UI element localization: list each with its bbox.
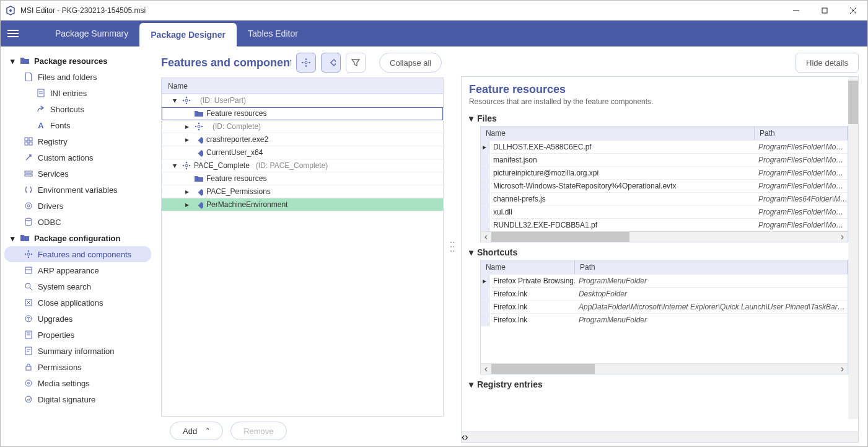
tree-row[interactable]: ▸PerMachineEnvironment [162,198,443,211]
row-handle[interactable]: ▸ [481,275,489,287]
maximize-button[interactable] [810,1,839,20]
row-handle[interactable] [481,193,489,205]
add-button[interactable]: Add ˄ [170,422,223,440]
scroll-right-icon[interactable]: › [837,364,848,374]
nav-registry[interactable]: Registry [4,133,151,149]
col-header-name[interactable]: Name [481,260,575,274]
nav-custom-actions[interactable]: Custom actions [4,149,151,166]
nav-media-settings[interactable]: Media settings [4,375,151,391]
row-handle[interactable]: ▸ [481,141,489,153]
filter-button[interactable] [346,53,366,73]
row-handle[interactable] [481,180,489,192]
row-handle[interactable] [481,288,489,300]
filter-components-button[interactable] [321,53,341,73]
svg-point-70 [450,246,452,247]
nav-close-applications[interactable]: Close applications [4,294,151,311]
filter-features-button[interactable] [296,53,316,73]
row-label: crashreporter.exe2 [206,135,268,144]
nav-odbc[interactable]: ODBC [4,214,151,230]
files-grid[interactable]: Name Path ▸DLLHOST.EXE-A588C6EC.pfProgra… [480,126,848,242]
row-handle[interactable] [481,219,489,231]
tab-tables-editor[interactable]: Tables Editor [237,20,309,46]
nav-section-package-resources[interactable]: ▾ Package resources [4,53,151,69]
section-registry-header[interactable]: ▾ Registry entries [469,379,853,389]
nav-arp-appearance[interactable]: ARP appearance [4,262,151,278]
row-handle[interactable] [481,154,489,166]
nav-shortcuts[interactable]: Shortcuts [4,101,151,117]
collapse-all-button[interactable]: Collapse all [379,53,442,73]
horizontal-scrollbar[interactable]: ‹ › [481,231,848,242]
table-row[interactable]: RUNDLL32.EXE-FDCBB5A1.pfProgramFilesFold… [481,218,848,231]
row-handle[interactable] [481,301,489,313]
tree-row[interactable]: CurrentUser_x64 [162,146,443,159]
table-row[interactable]: pictureinpicture@mozilla.org.xpiProgramF… [481,166,848,179]
tree-row[interactable]: ▾(ID: UserPart) [162,94,443,107]
nav-environment-variables[interactable]: Environment variables [4,182,151,198]
tree-row[interactable]: ▸PACE_Permissions [162,185,443,198]
app-menu-button[interactable] [1,20,25,46]
table-row[interactable]: ▸DLLHOST.EXE-A588C6EC.pfProgramFilesFold… [481,140,848,153]
nav-files-and-folders[interactable]: Files and folders [4,69,151,85]
table-row[interactable]: xul.dllProgramFilesFolder\Mo… [481,205,848,218]
tab-package-summary[interactable]: Package Summary [44,20,139,46]
table-row[interactable]: Firefox.lnkProgramMenuFolder [481,313,848,326]
nav-summary-information[interactable]: Summary information [4,343,151,359]
scroll-right-icon[interactable]: › [465,432,468,443]
nav-fonts[interactable]: A Fonts [4,117,151,133]
row-handle[interactable] [481,314,489,326]
shortcuts-grid[interactable]: Name Path ▸Firefox Private Browsing.lnkP… [480,260,848,374]
panel-splitter[interactable] [446,46,458,446]
section-files-header[interactable]: ▾ Files [469,113,853,123]
minimize-button[interactable] [782,1,810,20]
scroll-left-icon[interactable]: ‹ [481,232,491,242]
row-handle[interactable] [481,167,489,179]
table-row[interactable]: Microsoft-Windows-StateRepository%4Opera… [481,179,848,192]
close-button[interactable] [839,1,867,20]
tree-row[interactable]: ▾PACE_Complete(ID: PACE_Complete) [162,159,443,172]
nav-permissions[interactable]: Permissions [4,359,151,375]
details-horizontal-scrollbar[interactable]: ‹ › [461,432,859,443]
chevron-up-icon: ˄ [206,427,210,436]
hide-details-button[interactable]: Hide details [796,53,859,73]
nav-drivers[interactable]: Drivers [4,198,151,214]
remove-button[interactable]: Remove [230,422,286,440]
nav-features-and-components[interactable]: Features and components [4,246,151,262]
features-tree-grid[interactable]: Name ▾(ID: UserPart)Feature resources▸(I… [161,77,444,417]
grid-column-header[interactable]: Name [162,78,443,94]
feature-icon [182,96,191,105]
scroll-right-icon[interactable]: › [837,232,848,242]
vertical-scrollbar[interactable] [848,77,858,419]
nav-services[interactable]: Services [4,166,151,182]
col-header-path[interactable]: Path [575,260,848,274]
tree-row[interactable]: ▸crashreporter.exe2 [162,133,443,146]
table-row[interactable]: ▸Firefox Private Browsing.lnkProgramMenu… [481,274,848,287]
tab-package-designer[interactable]: Package Designer [139,23,237,46]
section-shortcuts-header[interactable]: ▾ Shortcuts [469,247,853,257]
nav-label: Close applications [38,298,103,308]
shortcut-icon [35,105,46,113]
nav-label: Files and folders [38,73,97,82]
nav-properties[interactable]: Properties [4,327,151,343]
tree-row[interactable]: ▸(ID: Complete) [162,120,443,133]
table-row[interactable]: Firefox.lnkDesktopFolder [481,287,848,300]
nav-upgrades[interactable]: Upgrades [4,311,151,327]
col-header-path[interactable]: Path [755,126,848,140]
nav-digital-signature[interactable]: Digital signature [4,391,151,407]
nav-section-package-configuration[interactable]: ▾ Package configuration [4,230,151,246]
row-handle[interactable] [481,206,489,218]
nav-system-search[interactable]: System search [4,278,151,294]
main-tabs-bar: Package Summary Package Designer Tables … [1,20,867,46]
table-row[interactable]: Firefox.lnkAppDataFolder\Microsoft\Inter… [481,300,848,313]
nav-ini-entries[interactable]: INI entries [4,85,151,101]
tree-row[interactable]: Feature resources [162,172,443,185]
properties-icon [23,330,34,339]
col-header-name[interactable]: Name [481,126,755,140]
tree-row[interactable]: Feature resources [162,107,443,120]
feature-icon [23,250,34,259]
horizontal-scrollbar[interactable]: ‹ › [481,363,848,374]
scroll-left-icon[interactable]: ‹ [481,364,491,374]
feature-icon [182,161,191,170]
table-row[interactable]: manifest.jsonProgramFilesFolder\Mo… [481,153,848,166]
table-row[interactable]: channel-prefs.jsProgramFiles64Folder\M… [481,192,848,205]
cell-name: Firefox.lnk [489,303,575,311]
